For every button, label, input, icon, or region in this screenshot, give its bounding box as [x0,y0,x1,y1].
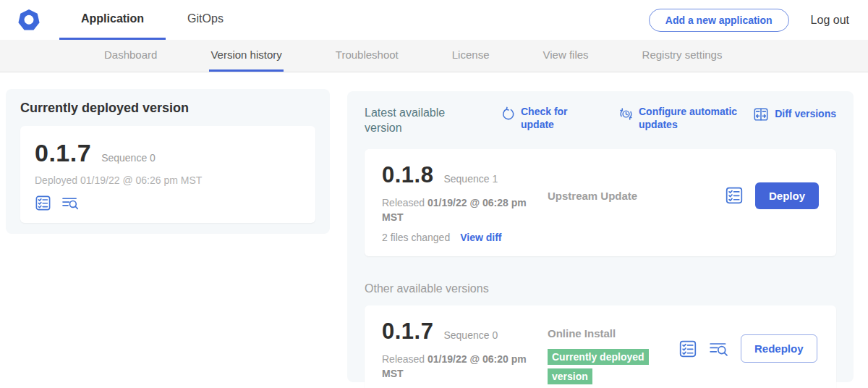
subnav-license[interactable]: License [451,40,491,72]
latest-version-number: 0.1.8 [382,162,433,188]
latest-source-column: Upstream Update [545,162,725,203]
preflight-checklist-icon[interactable] [678,340,697,358]
configure-automatic-updates-label: Configure automatic updates [639,106,752,131]
deployed-icon-row [35,195,301,211]
other-version-number: 0.1.7 [382,319,433,345]
other-source-label: Online Install [548,327,616,340]
other-sequence-label: Sequence 0 [443,329,498,341]
check-for-update-button[interactable]: Check for update [501,106,591,131]
top-header: Application GitOps Add a new application… [0,0,868,40]
tab-gitops-label: GitOps [187,12,224,25]
latest-release-card: 0.1.8 Sequence 1 Released 01/19/22 @ 06:… [365,149,836,257]
header-right: Add a new application Log out [649,0,868,40]
view-logs-icon[interactable] [61,195,80,211]
view-logs-icon[interactable] [709,340,729,358]
app-subnav: Dashboard Version history Troubleshoot L… [0,40,868,72]
latest-release-info: 0.1.8 Sequence 1 Released 01/19/22 @ 06:… [382,162,545,244]
view-diff-link[interactable]: View diff [460,232,501,243]
deployed-version-number: 0.1.7 [35,139,91,167]
latest-available-title: Latest available version [365,106,459,136]
files-changed-row: 2 files changedView diff [382,232,545,243]
currently-deployed-badge: Currently deployed version [548,349,649,384]
other-versions-heading: Other available versions [365,282,836,295]
released-prefix: Released [382,197,427,208]
deployed-sequence-label: Sequence 0 [101,152,156,164]
other-source-column: Online Install Currently deployed versio… [545,319,678,386]
other-release-card: 0.1.7 Sequence 0 Released 01/19/22 @ 06:… [365,305,836,388]
subnav-version-history-label: Version history [210,48,281,61]
subnav-dashboard-label: Dashboard [104,48,157,61]
refresh-icon [501,106,516,122]
latest-sequence-label: Sequence 1 [443,173,498,185]
available-versions-panel: Latest available version Check for updat… [347,91,854,382]
other-actions-column: Redeploy [678,319,817,363]
top-tabs: Application GitOps [59,0,245,40]
main-content: Currently deployed version 0.1.7 Sequenc… [0,72,868,388]
diff-versions-button[interactable]: Diff versions [752,106,836,122]
tab-gitops[interactable]: GitOps [166,0,245,40]
subnav-view-files[interactable]: View files [541,40,590,72]
preflight-checklist-icon[interactable] [35,195,51,211]
currently-deployed-title: Currently deployed version [20,101,315,116]
add-new-application-button[interactable]: Add a new application [649,9,789,32]
redeploy-button[interactable]: Redeploy [741,334,817,363]
files-changed-label: 2 files changed [382,232,450,243]
deployed-timestamp: Deployed 01/19/22 @ 06:26 pm MST [35,174,301,186]
configure-automatic-updates-button[interactable]: Configure automatic updates [618,106,752,131]
deployed-version-row: 0.1.7 Sequence 0 [35,139,301,167]
currently-deployed-badge-wrap: Currently deployed version [548,347,663,386]
other-release-info: 0.1.7 Sequence 0 Released 01/19/22 @ 06:… [382,319,545,381]
available-actions: Check for update Configure automatic upd… [459,106,836,131]
clock-refresh-icon [618,106,634,122]
deployed-version-card: 0.1.7 Sequence 0 Deployed 01/19/22 @ 06:… [20,126,315,223]
released-prefix: Released [382,353,427,365]
logout-link[interactable]: Log out [811,14,849,27]
subnav-troubleshoot[interactable]: Troubleshoot [334,40,400,72]
latest-source-label: Upstream Update [548,190,637,202]
deploy-button[interactable]: Deploy [755,182,819,209]
kots-logo-icon [16,7,42,33]
tab-application[interactable]: Application [59,0,166,40]
available-header: Latest available version Check for updat… [365,106,836,136]
app-logo[interactable] [0,0,59,40]
tab-application-label: Application [81,12,144,25]
subnav-license-label: License [452,48,490,61]
currently-deployed-panel: Currently deployed version 0.1.7 Sequenc… [6,89,330,234]
latest-released-timestamp: Released 01/19/22 @ 06:28 pm MST [382,195,534,225]
subnav-view-files-label: View files [542,48,588,61]
subnav-registry-settings-label: Registry settings [642,48,723,61]
diff-versions-label: Diff versions [775,108,836,121]
latest-actions-column: Deploy [725,162,819,209]
subnav-troubleshoot-label: Troubleshoot [336,48,399,61]
preflight-checklist-icon[interactable] [725,186,744,205]
check-for-update-label: Check for update [521,106,591,131]
subnav-dashboard[interactable]: Dashboard [103,40,158,72]
subnav-version-history[interactable]: Version history [209,40,283,72]
diff-icon [752,106,770,122]
subnav-registry-settings[interactable]: Registry settings [641,40,724,72]
other-released-timestamp: Released 01/19/22 @ 06:20 pm MST [382,352,534,381]
